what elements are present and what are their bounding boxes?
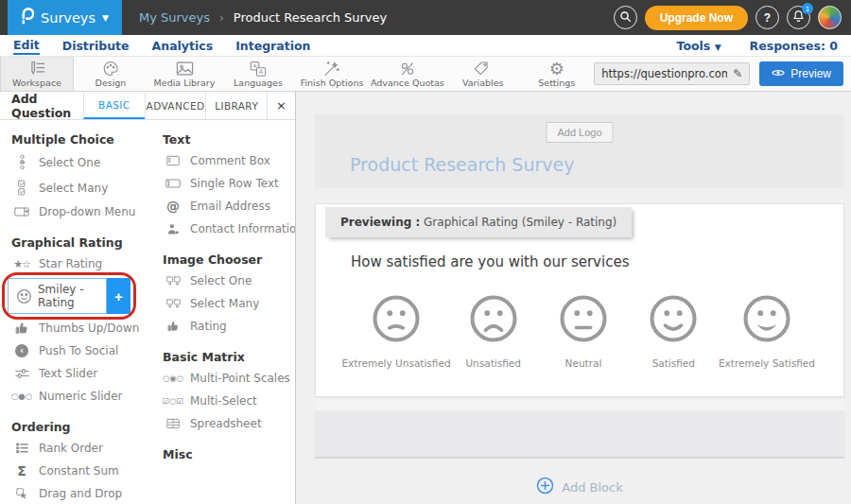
add-block-button[interactable]: Add Block (315, 477, 844, 498)
upgrade-now-button[interactable]: Upgrade Now (645, 6, 748, 30)
module-nav: EditDistributeAnalyticsIntegration Tools… (0, 35, 851, 57)
toolbar-item-languages[interactable]: ALanguages (221, 57, 295, 91)
breadcrumb-separator: › (219, 11, 224, 25)
breadcrumb: My Surveys › Product Research Survey (139, 10, 387, 25)
sigma-icon: Σ (12, 464, 31, 478)
sidebar-column-1: Multiple ChoiceSelect OneSelect ManyDrop… (0, 120, 151, 504)
sidebar-section-misc: Misc (151, 447, 295, 461)
help-button[interactable]: ? (755, 6, 779, 29)
nav-tab-edit[interactable]: Edit (13, 36, 40, 55)
close-panel-button[interactable]: × (267, 92, 295, 119)
sidebar-item-email-address[interactable]: @Email Address (151, 195, 295, 217)
sidebar-item-select-one[interactable]: Select One (151, 269, 295, 292)
add-logo-button[interactable]: Add Logo (546, 122, 613, 143)
sidebar-tab-basic[interactable]: BASIC (83, 92, 145, 119)
drag-drop-icon (12, 488, 31, 500)
quota-links-icon (398, 61, 417, 77)
sidebar-item-label: Select One (39, 156, 100, 169)
section-title: Misc (163, 447, 295, 461)
sidebar-item-label: Thumbs Up/Down (39, 322, 139, 335)
close-icon: × (276, 98, 287, 113)
sidebar-item-text-slider[interactable]: Text Slider (0, 362, 151, 385)
preview-button[interactable]: Preview (759, 61, 843, 86)
toolbar-item-media-library[interactable]: Media Library (148, 57, 221, 91)
sidebar-item-selected[interactable]: Smiley - Rating (8, 278, 107, 314)
sidebar-item-spreadsheet[interactable]: Spreadsheet (151, 412, 295, 435)
toolbar-item-advance-quotas[interactable]: Advance Quotas (369, 57, 446, 91)
sidebar-item-thumbs-up-down[interactable]: Thumbs Up/Down (0, 317, 151, 339)
sidebar-item-single-row-text[interactable]: Single Row Text (151, 172, 295, 195)
section-title: Ordering (11, 420, 151, 434)
toolbar-item-workspace[interactable]: Workspace (0, 57, 74, 91)
sidebar-item-star-rating[interactable]: ★☆Star Rating (0, 252, 151, 275)
sidebar-item-label: Select One (190, 274, 252, 287)
rating-option-extremely-unsatisfied[interactable]: Extremely Unsatisfied (344, 293, 448, 369)
checkbox-stack-icon (12, 180, 31, 196)
notifications-button[interactable]: 1 (787, 6, 810, 29)
sidebar-item-label: Contact Information (190, 222, 295, 235)
sidebar-item-label: Select Many (39, 182, 108, 195)
magic-wand-icon (322, 61, 341, 77)
sidebar-item-multi-select[interactable]: ☑○☑Multi-Select (151, 390, 295, 412)
rating-option-neutral[interactable]: Neutral (538, 293, 628, 369)
survey-url-field[interactable]: https://questionpro.com/t/A ✎ (594, 62, 750, 85)
sidebar-item-label: Text Slider (39, 367, 97, 380)
sidebar-item-select-many[interactable]: Select Many (151, 292, 295, 315)
rating-option-satisfied[interactable]: Satisfied (629, 293, 719, 369)
tools-menu[interactable]: Tools ▼ (677, 39, 721, 53)
sidebar-item-drag-and-drop[interactable]: Drag and Drop (0, 482, 151, 504)
toolbar-item-finish-options[interactable]: Finish Options (295, 57, 369, 91)
nav-tab-integration[interactable]: Integration (235, 37, 310, 54)
sidebar-item-label: Drag and Drop (39, 487, 122, 500)
toolbar-item-label: Advance Quotas (371, 78, 444, 88)
numeric-slider-icon: ○●○ (12, 392, 31, 401)
sidebar-item-label: Star Rating (39, 257, 102, 270)
sidebar-item-numeric-slider[interactable]: ○●○Numeric Slider (0, 385, 151, 408)
search-button[interactable] (614, 6, 637, 29)
breadcrumb-my-surveys[interactable]: My Surveys (139, 10, 210, 25)
section-title: Multiple Choice (11, 132, 151, 147)
toolbar-item-variables[interactable]: Variables (446, 57, 520, 91)
workspace-icon (26, 61, 47, 77)
top-bar: Surveys ▼ My Surveys › Product Research … (0, 0, 851, 35)
avatar[interactable] (818, 6, 842, 29)
gear-icon: ⚙ (549, 61, 564, 77)
thumb-small-icon (164, 321, 182, 332)
previewing-label: Previewing : (340, 216, 420, 229)
sidebar-item-label: Smiley - Rating (38, 283, 101, 309)
image-select-icon (164, 299, 182, 308)
previewing-tab: Previewing : Graphical Rating (Smiley - … (325, 207, 632, 237)
nav-tab-analytics[interactable]: Analytics (152, 37, 214, 54)
survey-block-footer (315, 410, 844, 458)
sidebar-tab-library[interactable]: LIBRARY (205, 92, 267, 119)
sidebar-item-constant-sum[interactable]: ΣConstant Sum (0, 460, 151, 482)
sidebar-item-comment-box[interactable]: Comment Box (151, 149, 295, 172)
sidebar-column-2: TextComment BoxSingle Row Text@Email Add… (151, 120, 295, 504)
toolbar-item-settings[interactable]: ⚙Settings (520, 57, 594, 91)
share-icon: ‹ (12, 344, 31, 357)
sidebar-item-select-one[interactable]: Select One (0, 149, 151, 175)
eye-icon (772, 67, 785, 80)
sidebar-tab-advanced[interactable]: ADVANCED (145, 92, 206, 119)
questionpro-survey-editor: Surveys ▼ My Surveys › Product Research … (0, 0, 851, 504)
surveys-product-menu[interactable]: Surveys ▼ (8, 0, 122, 35)
nav-tab-distribute[interactable]: Distribute (62, 37, 130, 54)
add-question-plus-button[interactable]: + (107, 278, 130, 314)
sidebar-item-rating[interactable]: Rating (151, 315, 295, 338)
rating-option-unsatisfied[interactable]: Unsatisfied (448, 293, 538, 369)
sidebar-item-multi-point-scales[interactable]: ○◉○Multi-Point Scales (151, 367, 295, 390)
sidebar-item-drop-down-menu[interactable]: Drop-down Menu (0, 200, 151, 223)
toolbar-item-label: Design (96, 78, 127, 88)
sidebar-item-label: Email Address (190, 200, 270, 213)
sidebar-item-push-to-social[interactable]: ‹Push To Social (0, 339, 151, 362)
rating-option-extremely-satisfied[interactable]: Extremely Satisfied (719, 293, 815, 369)
survey-title[interactable]: Product Research Survey (350, 154, 574, 175)
survey-header-card: Add Logo Product Research Survey (315, 114, 844, 188)
circle-plus-icon (536, 477, 554, 498)
survey-block-spacer (315, 397, 844, 410)
edit-url-pencil-icon[interactable]: ✎ (733, 67, 742, 80)
sidebar-item-contact-information[interactable]: Contact Information (151, 217, 295, 240)
toolbar-item-design[interactable]: Design (74, 57, 148, 91)
sidebar-item-rank-order[interactable]: Rank Order (0, 437, 151, 460)
sidebar-item-select-many[interactable]: Select Many (0, 175, 151, 200)
